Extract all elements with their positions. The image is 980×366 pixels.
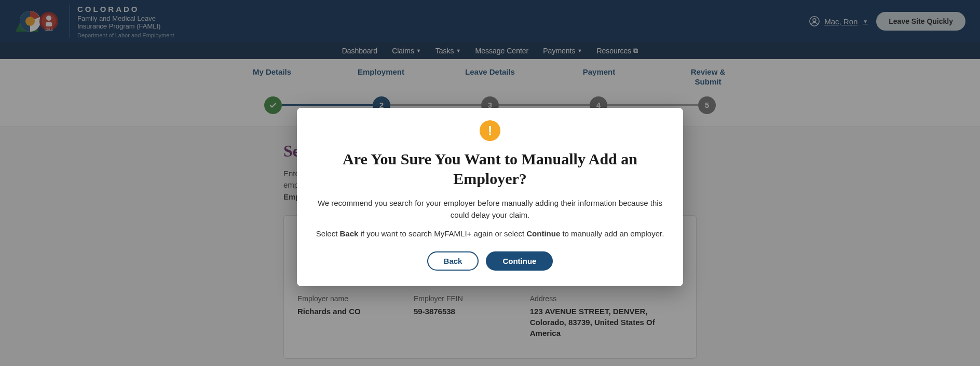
modal-body: We recommend you search for your employe… — [315, 198, 665, 240]
modal-overlay[interactable]: ! Are You Sure You Want to Manually Add … — [0, 0, 980, 366]
modal-title: Are You Sure You Want to Manually Add an… — [315, 149, 665, 188]
warning-icon: ! — [480, 120, 500, 141]
modal-body-line-2: Select Back if you want to search MyFAML… — [315, 228, 665, 240]
confirm-modal: ! Are You Sure You Want to Manually Add … — [297, 108, 683, 286]
modal-body-line-1: We recommend you search for your employe… — [315, 198, 665, 221]
modal-actions: Back Continue — [315, 251, 665, 271]
back-button[interactable]: Back — [427, 251, 479, 271]
continue-button[interactable]: Continue — [486, 251, 553, 271]
